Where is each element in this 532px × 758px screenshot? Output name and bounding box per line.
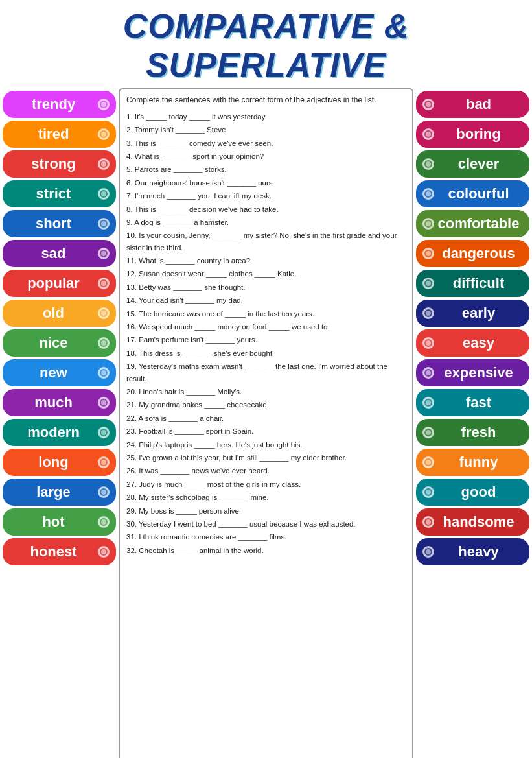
sentence-item: 22. A sofa is _______ a chair. bbox=[126, 412, 406, 424]
right-word-good: good bbox=[416, 479, 529, 506]
hook-icon bbox=[98, 188, 110, 200]
hook-icon bbox=[98, 337, 110, 349]
sentence-item: 9. A dog is _______ a hamster. bbox=[126, 217, 406, 228]
right-word-bad: bad bbox=[416, 91, 529, 118]
page-title: COMPARATIVE & SUPERLATIVE bbox=[0, 0, 532, 88]
left-word-modern: modern bbox=[3, 419, 116, 446]
hook-icon bbox=[422, 278, 434, 289]
hook-icon bbox=[422, 218, 434, 230]
hook-icon bbox=[422, 486, 434, 498]
sentence-item: 2. Tommy isn't _______ Steve. bbox=[126, 124, 406, 136]
hook-icon bbox=[422, 397, 434, 409]
exercise-panel: Complete the sentences with the correct … bbox=[119, 88, 413, 758]
right-word-colourful: colourful bbox=[416, 180, 529, 207]
right-word-list: badboringclevercolourfulcomfortabledange… bbox=[416, 88, 529, 565]
sentence-item: 4. What is _______ sport in your opinion… bbox=[126, 150, 406, 162]
hook-icon bbox=[422, 307, 434, 319]
sentence-item: 7. I'm much _______ you. I can lift my d… bbox=[126, 190, 406, 202]
hook-icon bbox=[98, 278, 110, 289]
sentence-item: 13. Betty was _______ she thought. bbox=[126, 281, 406, 293]
left-word-popular: popular bbox=[3, 270, 116, 297]
hook-icon bbox=[422, 248, 434, 259]
hook-icon bbox=[98, 218, 110, 230]
sentence-item: 12. Susan doesn't wear _____ clothes ___… bbox=[126, 268, 406, 279]
right-word-fresh: fresh bbox=[416, 419, 529, 446]
hook-icon bbox=[98, 99, 110, 110]
hook-icon bbox=[422, 188, 434, 200]
hook-icon bbox=[422, 128, 434, 140]
hook-icon bbox=[422, 158, 434, 170]
hook-icon bbox=[422, 337, 434, 349]
hook-icon bbox=[98, 456, 110, 468]
hook-icon bbox=[422, 516, 434, 528]
sentence-item: 3. This is _______ comedy we've ever see… bbox=[126, 137, 406, 149]
right-word-early: early bbox=[416, 300, 529, 327]
sentence-item: 1. It's _____ today _____ it was yesterd… bbox=[126, 111, 406, 123]
hook-icon bbox=[98, 397, 110, 409]
sentence-item: 31. I think romantic comedies are ______… bbox=[126, 531, 406, 543]
hook-icon bbox=[98, 546, 110, 558]
sentence-item: 26. It was _______ news we've ever heard… bbox=[126, 465, 406, 477]
left-word-strong: strong bbox=[3, 150, 116, 178]
sentence-item: 10. Is your cousin, Jenny, _______ my si… bbox=[126, 230, 406, 254]
hook-icon bbox=[422, 427, 434, 438]
hook-icon bbox=[422, 99, 434, 110]
right-word-boring: boring bbox=[416, 121, 529, 148]
hook-icon bbox=[98, 307, 110, 319]
sentence-item: 30. Yesterday I went to bed _______ usua… bbox=[126, 518, 406, 530]
hook-icon bbox=[98, 516, 110, 528]
sentence-item: 32. Cheetah is _____ animal in the world… bbox=[126, 545, 406, 556]
sentence-item: 27. Judy is much _____ most of the girls… bbox=[126, 479, 406, 490]
left-word-sad: sad bbox=[3, 240, 116, 267]
right-word-difficult: difficult bbox=[416, 270, 529, 297]
right-word-fast: fast bbox=[416, 389, 529, 416]
sentence-item: 24. Philip's laptop is _____ hers. He's … bbox=[126, 439, 406, 451]
right-word-clever: clever bbox=[416, 150, 529, 178]
sentence-item: 15. The hurricane was one of _____ in th… bbox=[126, 308, 406, 320]
hook-icon bbox=[98, 158, 110, 170]
right-word-handsome: handsome bbox=[416, 508, 529, 536]
right-word-easy: easy bbox=[416, 329, 529, 357]
sentence-item: 18. This dress is _______ she's ever bou… bbox=[126, 348, 406, 359]
instructions-text: Complete the sentences with the correct … bbox=[126, 95, 406, 106]
left-word-hot: hot bbox=[3, 508, 116, 536]
left-word-tired: tired bbox=[3, 121, 116, 148]
hook-icon bbox=[422, 456, 434, 468]
left-word-new: new bbox=[3, 359, 116, 386]
left-word-trendy: trendy bbox=[3, 91, 116, 118]
left-word-honest: honest bbox=[3, 538, 116, 565]
sentence-item: 8. This is _______ decision we've had to… bbox=[126, 204, 406, 215]
sentence-item: 5. Parrots are _______ storks. bbox=[126, 163, 406, 175]
sentence-item: 6. Our neighbours' house isn't _______ o… bbox=[126, 177, 406, 189]
right-word-heavy: heavy bbox=[416, 538, 529, 565]
sentence-item: 29. My boss is _____ person alive. bbox=[126, 505, 406, 517]
right-word-funny: funny bbox=[416, 449, 529, 476]
sentence-item: 25. I've grown a lot this year, but I'm … bbox=[126, 452, 406, 464]
sentence-item: 20. Linda's hair is _______ Molly's. bbox=[126, 386, 406, 397]
sentences-list: 1. It's _____ today _____ it was yesterd… bbox=[126, 111, 406, 556]
sentence-item: 17. Pam's perfume isn't _______ yours. bbox=[126, 334, 406, 346]
left-word-much: much bbox=[3, 389, 116, 416]
sentence-item: 21. My grandma bakes _____ cheesecake. bbox=[126, 399, 406, 410]
left-word-list: trendytiredstrongstrictshortsadpopularol… bbox=[3, 88, 116, 565]
hook-icon bbox=[98, 128, 110, 140]
hook-icon bbox=[98, 367, 110, 379]
right-word-comfortable: comfortable bbox=[416, 210, 529, 237]
sentence-item: 19. Yesterday's maths exam wasn't ______… bbox=[126, 361, 406, 385]
hook-icon bbox=[98, 486, 110, 498]
sentence-item: 28. My sister's schoolbag is _______ min… bbox=[126, 492, 406, 503]
left-word-old: old bbox=[3, 300, 116, 327]
left-word-long: long bbox=[3, 449, 116, 476]
hook-icon bbox=[422, 546, 434, 558]
hook-icon bbox=[98, 427, 110, 438]
left-word-large: large bbox=[3, 479, 116, 506]
sentence-item: 16. We spend much _____ money on food __… bbox=[126, 321, 406, 333]
hook-icon bbox=[98, 248, 110, 259]
sentence-item: 23. Football is _______ sport in Spain. bbox=[126, 425, 406, 437]
right-word-dangerous: dangerous bbox=[416, 240, 529, 267]
right-word-expensive: expensive bbox=[416, 359, 529, 386]
sentence-item: 14. Your dad isn't _______ my dad. bbox=[126, 294, 406, 306]
sentence-item: 11. What is _______ country in area? bbox=[126, 255, 406, 266]
left-word-strict: strict bbox=[3, 180, 116, 207]
left-word-short: short bbox=[3, 210, 116, 237]
